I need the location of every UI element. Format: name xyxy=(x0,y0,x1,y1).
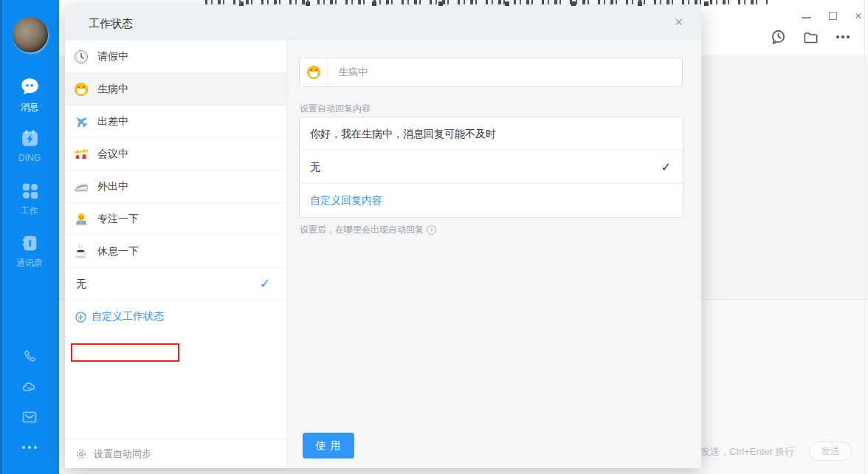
sidebar-more-dots-icon[interactable] xyxy=(0,444,59,451)
check-icon: ✓ xyxy=(260,268,270,300)
reply-option-message[interactable]: 你好，我在生病中，消息回复可能不及时 xyxy=(300,117,683,151)
more-icon[interactable] xyxy=(834,28,852,46)
user-avatar[interactable] xyxy=(13,17,48,52)
status-detail-panel: 生病中 设置自动回复内容 你好，我在生病中，消息回复可能不及时 无 ✓ 自定义回… xyxy=(287,41,701,468)
sidebar-item-contacts[interactable]: 通讯录 xyxy=(0,233,59,269)
status-row-focus[interactable]: 专注一下 xyxy=(65,203,286,236)
focus-face-laptop-emoji-icon xyxy=(74,212,89,227)
dialog-title: 工作状态 xyxy=(89,6,133,41)
sidebar-item-label: 工作 xyxy=(0,205,59,217)
sidebar-item-messages[interactable]: 消息 xyxy=(0,76,59,114)
dialog-header xyxy=(65,6,701,41)
train-emoji-icon xyxy=(74,179,89,194)
sidebar-item-label: 消息 xyxy=(0,101,59,114)
auto-sync-label: 设置自动同步 xyxy=(94,447,151,461)
status-row-rest[interactable]: 休息一下 xyxy=(65,236,286,268)
auto-reply-options: 你好，我在生病中，消息回复可能不及时 无 ✓ 自定义回复内容 xyxy=(299,117,683,218)
status-row-on-leave[interactable]: 请假中 xyxy=(65,41,286,73)
send-button[interactable]: 发送 xyxy=(809,442,852,461)
status-text-input[interactable]: 生病中 xyxy=(299,58,683,87)
status-row-sick[interactable]: 生病中 xyxy=(65,73,286,106)
status-input-value: 生病中 xyxy=(328,66,368,79)
status-label: 外出中 xyxy=(97,180,128,193)
phone-icon[interactable] xyxy=(0,348,59,364)
status-label: 生病中 xyxy=(97,83,128,96)
coffee-emoji-icon xyxy=(74,244,89,259)
sidebar-item-label: 通讯录 xyxy=(0,257,59,269)
custom-reply-link[interactable]: 自定义回复内容 xyxy=(300,184,683,217)
work-grid-icon xyxy=(20,181,40,201)
minimize-icon[interactable] xyxy=(802,17,811,18)
hint-text: 设置后，在哪里会出现自动回复 xyxy=(300,224,424,236)
status-label: 无 xyxy=(76,278,86,291)
send-shortcut-hint: 发送，Ctrl+Enter 换行 xyxy=(700,445,795,458)
check-icon: ✓ xyxy=(661,151,671,184)
airplane-emoji-icon xyxy=(74,114,89,129)
work-status-dialog: 工作状态 × 请假中 xyxy=(65,6,701,468)
auto-reply-section-label: 设置自动回复内容 xyxy=(300,103,371,115)
status-row-meeting[interactable]: 会议中 xyxy=(65,138,286,171)
window-controls: × xyxy=(802,6,862,25)
meeting-people-emoji-icon xyxy=(74,147,89,162)
app-window: × 发送，Ctrl+Enter 换行 发送 消息 xyxy=(0,0,868,474)
auto-reply-hint: 设置后，在哪里会出现自动回复 xyxy=(300,224,436,236)
use-button[interactable]: 使 用 xyxy=(303,433,354,458)
status-row-out[interactable]: 外出中 xyxy=(65,171,286,203)
status-list: 请假中 生病中 xyxy=(65,41,287,468)
clipped-text-artifact xyxy=(205,0,768,6)
annotation-highlight-box xyxy=(71,343,179,362)
help-chevron-icon[interactable] xyxy=(427,225,436,235)
reply-option-none[interactable]: 无 ✓ xyxy=(300,151,683,184)
custom-status-link[interactable]: 自定义工作状态 xyxy=(65,300,286,333)
mail-icon[interactable] xyxy=(0,410,59,425)
mask-face-emoji-icon xyxy=(74,82,89,97)
status-row-business-trip[interactable]: 出差中 xyxy=(65,106,286,138)
cloud-icon[interactable] xyxy=(0,378,59,394)
mask-face-emoji-icon xyxy=(300,58,328,86)
sidebar-item-label: DING xyxy=(0,153,59,163)
status-label: 休息一下 xyxy=(97,245,139,258)
status-label: 出差中 xyxy=(97,115,128,128)
window-right-border xyxy=(864,0,865,474)
plus-circle-icon xyxy=(75,312,86,323)
status-label: 会议中 xyxy=(97,148,128,161)
sidebar-item-ding[interactable]: DING xyxy=(0,128,59,163)
gear-icon xyxy=(75,448,87,460)
auto-sync-setting[interactable]: 设置自动同步 xyxy=(65,439,286,468)
status-label: 专注一下 xyxy=(97,213,139,226)
folder-icon[interactable] xyxy=(802,28,819,46)
contacts-book-icon xyxy=(20,233,40,253)
clock-emoji-icon xyxy=(74,49,89,64)
status-row-none[interactable]: 无 ✓ xyxy=(65,268,286,300)
topbar-toolbar xyxy=(769,28,852,46)
sidebar-item-work[interactable]: 工作 xyxy=(0,181,59,217)
custom-status-label: 自定义工作状态 xyxy=(92,310,164,323)
chat-bubble-icon xyxy=(19,76,41,97)
status-label: 请假中 xyxy=(97,50,128,63)
maximize-icon[interactable] xyxy=(829,12,837,20)
close-window-icon[interactable]: × xyxy=(855,10,862,22)
reply-option-label: 无 xyxy=(310,161,320,173)
history-clock-icon[interactable] xyxy=(769,28,787,46)
dialog-close-icon[interactable]: × xyxy=(675,15,683,29)
ding-calendar-icon xyxy=(19,128,41,149)
main-sidebar: 消息 DING 工作 xyxy=(0,0,59,474)
